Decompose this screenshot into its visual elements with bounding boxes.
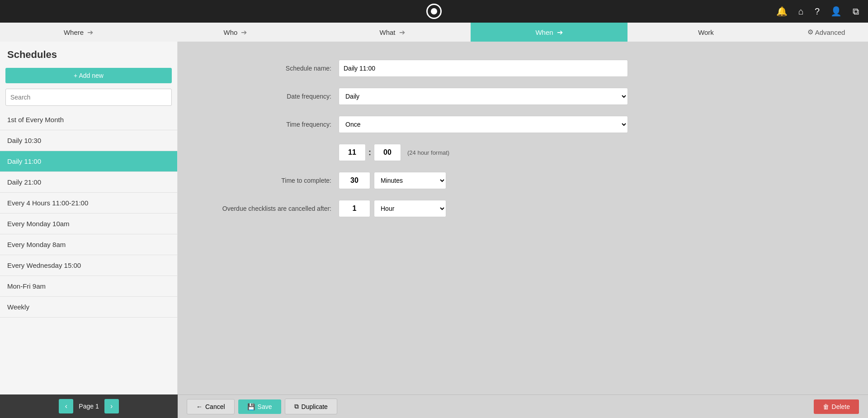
- duplicate-button[interactable]: ⧉ Duplicate: [285, 399, 337, 414]
- sidebar-pagination: ‹ Page 1 ›: [0, 394, 178, 418]
- save-label: Save: [258, 403, 272, 410]
- list-item[interactable]: Every Monday 8am: [0, 234, 177, 255]
- user-icon[interactable]: 👤: [830, 6, 842, 17]
- sidebar: Schedules + Add new 1st of Every Month D…: [0, 42, 178, 394]
- step-when-arrow: ➔: [557, 28, 563, 37]
- step-advanced-label: Advanced: [815, 28, 845, 36]
- list-item[interactable]: Every Wednesday 15:00: [0, 255, 177, 276]
- step-when-label: When: [535, 28, 553, 36]
- schedule-name-row: Schedule name:: [205, 60, 841, 77]
- page-label: Page 1: [79, 403, 99, 410]
- list-item[interactable]: Daily 21:00: [0, 172, 177, 193]
- top-bar-icons: 🔔 ⌂ ? 👤 ⧉: [776, 6, 859, 17]
- delete-label: Delete: [832, 403, 850, 410]
- step-who-label: Who: [224, 28, 238, 36]
- overdue-inputs: Hour Hours Days: [339, 200, 446, 217]
- sidebar-title: Schedules: [0, 42, 177, 64]
- next-page-button[interactable]: ›: [104, 399, 119, 413]
- step-who[interactable]: Who ➔: [157, 23, 314, 42]
- step-work[interactable]: Work: [627, 23, 784, 42]
- list-item[interactable]: Mon-Fri 9am: [0, 276, 177, 297]
- time-to-complete-unit-select[interactable]: Minutes Hours: [374, 172, 446, 189]
- cancel-label: Cancel: [205, 403, 225, 410]
- step-where-label: Where: [64, 28, 84, 36]
- date-frequency-row: Date frequency: Daily Weekly Monthly Yea…: [205, 88, 841, 105]
- date-frequency-label: Date frequency:: [205, 93, 331, 100]
- overdue-unit-select[interactable]: Hour Hours Days: [374, 200, 446, 217]
- step-what-arrow: ➔: [399, 28, 405, 37]
- list-item-active[interactable]: Daily 11:00: [0, 151, 177, 172]
- step-work-label: Work: [698, 28, 714, 36]
- duplicate-icon: ⧉: [294, 403, 299, 410]
- search-input[interactable]: [5, 89, 172, 106]
- list-item[interactable]: 1st of Every Month: [0, 109, 177, 130]
- step-when[interactable]: When ➔: [471, 23, 627, 42]
- duration-inputs: Minutes Hours: [339, 172, 446, 189]
- step-what-label: What: [379, 28, 395, 36]
- list-item[interactable]: Every Monday 10am: [0, 214, 177, 234]
- add-new-button[interactable]: + Add new: [5, 68, 172, 83]
- step-nav: Where ➔ Who ➔ What ➔ When ➔ Work ⚙ Advan…: [0, 23, 868, 42]
- time-format-hint: (24 hour format): [407, 149, 449, 156]
- step-where-arrow: ➔: [87, 28, 93, 37]
- logo-inner: [431, 8, 437, 14]
- overdue-label: Overdue checklists are cancelled after:: [205, 205, 331, 212]
- duplicate-label: Duplicate: [302, 403, 328, 410]
- time-hour-input[interactable]: [339, 144, 366, 161]
- schedule-list: 1st of Every Month Daily 10:30 Daily 11:…: [0, 109, 177, 394]
- content-area: Schedule name: Date frequency: Daily Wee…: [178, 42, 868, 394]
- date-frequency-select[interactable]: Daily Weekly Monthly Yearly: [339, 88, 628, 105]
- time-inputs: : (24 hour format): [339, 144, 449, 161]
- delete-button[interactable]: 🗑 Delete: [814, 399, 859, 414]
- time-to-complete-label: Time to complete:: [205, 177, 331, 184]
- main-layout: Schedules + Add new 1st of Every Month D…: [0, 42, 868, 394]
- prev-page-button[interactable]: ‹: [59, 399, 73, 413]
- step-what[interactable]: What ➔: [314, 23, 471, 42]
- overdue-row: Overdue checklists are cancelled after: …: [205, 200, 841, 217]
- save-icon: 💾: [247, 403, 255, 410]
- bell-icon[interactable]: 🔔: [776, 6, 788, 17]
- home-icon[interactable]: ⌂: [798, 6, 804, 17]
- step-advanced[interactable]: ⚙ Advanced: [784, 23, 868, 42]
- schedule-name-input[interactable]: [339, 60, 628, 77]
- save-button[interactable]: 💾 Save: [238, 399, 281, 414]
- step-where[interactable]: Where ➔: [0, 23, 157, 42]
- delete-icon: 🗑: [823, 403, 829, 410]
- help-icon[interactable]: ?: [815, 6, 820, 17]
- list-item[interactable]: Weekly: [0, 297, 177, 318]
- time-to-complete-input[interactable]: [339, 172, 370, 189]
- time-frequency-select[interactable]: Once Multiple: [339, 116, 628, 133]
- list-item[interactable]: Every 4 Hours 11:00-21:00: [0, 193, 177, 214]
- overdue-value-input[interactable]: [339, 200, 370, 217]
- time-frequency-label: Time frequency:: [205, 121, 331, 128]
- cancel-arrow-icon: ←: [196, 403, 203, 410]
- list-item[interactable]: Daily 10:30: [0, 130, 177, 151]
- time-row: : (24 hour format): [205, 144, 841, 161]
- bottom-bar: ← Cancel 💾 Save ⧉ Duplicate 🗑 Delete: [178, 394, 868, 418]
- top-bar: 🔔 ⌂ ? 👤 ⧉: [0, 0, 868, 23]
- app-logo: [426, 4, 442, 19]
- time-separator: :: [368, 148, 371, 157]
- advanced-icon: ⚙: [807, 28, 813, 36]
- step-who-arrow: ➔: [241, 28, 247, 37]
- schedule-name-label: Schedule name:: [205, 65, 331, 72]
- external-icon[interactable]: ⧉: [853, 6, 859, 17]
- time-to-complete-row: Time to complete: Minutes Hours: [205, 172, 841, 189]
- cancel-button[interactable]: ← Cancel: [187, 399, 235, 414]
- time-frequency-row: Time frequency: Once Multiple: [205, 116, 841, 133]
- time-minute-input[interactable]: [374, 144, 401, 161]
